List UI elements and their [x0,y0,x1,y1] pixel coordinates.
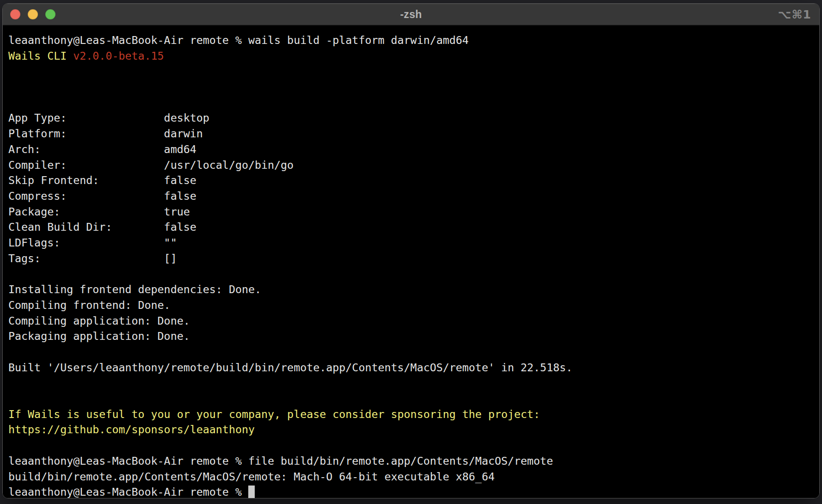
text-segment: If Wails is useful to you or your compan… [8,408,540,420]
window-shortcut-badge: ⌥⌘1 [778,8,811,21]
terminal-line [8,375,819,391]
terminal-line: LDFlags: "" [8,235,819,251]
terminal-line: Skip Frontend: false [8,172,819,188]
text-segment: https://github.com/sponsors/leaanthony [8,423,255,436]
terminal-line: Wails CLI v2.0.0-beta.15 [8,48,819,64]
text-segment: Installing frontend dependencies: Done. [8,283,261,295]
text-segment: Skip Frontend: false [8,174,196,186]
terminal-line: Compress: false [8,188,819,204]
terminal-line: build/bin/remote.app/Contents/MacOS/remo… [8,469,819,485]
text-segment: Tags: [] [8,252,177,264]
text-segment: Compiling application: Done. [8,314,190,327]
terminal-line: Arch: amd64 [8,141,819,157]
close-button[interactable] [10,9,20,19]
terminal-window: -zsh ⌥⌘1 leaanthony@Leas-MacBook-Air rem… [2,3,820,498]
text-segment: leaanthony@Leas-MacBook-Air remote % [8,486,248,498]
terminal-line: leaanthony@Leas-MacBook-Air remote % fil… [8,453,819,469]
terminal-line: Packaging application: Done. [8,328,819,344]
text-segment: Clean Build Dir: false [8,221,196,233]
text-segment: Packaging application: Done. [8,330,190,342]
window-title: -zsh [400,8,422,21]
terminal-line [8,437,819,453]
terminal-line: Platform: darwin [8,126,819,141]
terminal-line: https://github.com/sponsors/leaanthony [8,422,819,437]
terminal-line: App Type: desktop [8,110,819,126]
text-segment: build/bin/remote.app/Contents/MacOS/remo… [8,470,495,483]
terminal-line [8,391,819,406]
terminal-line [8,79,819,95]
text-segment: Compress: false [8,190,196,202]
text-segment: Wails CLI [8,49,73,62]
terminal-line: Built '/Users/leaanthony/remote/build/bi… [8,360,819,375]
text-segment: Compiler: /usr/local/go/bin/go [8,159,294,171]
text-segment: Arch: amd64 [8,143,196,155]
text-segment: Package: true [8,205,190,218]
text-segment: LDFlags: "" [8,236,177,249]
terminal-line [8,63,819,79]
terminal-line [8,95,819,111]
terminal-line: Compiler: /usr/local/go/bin/go [8,157,819,173]
terminal-line: leaanthony@Leas-MacBook-Air remote % [8,484,819,498]
terminal-line: If Wails is useful to you or your compan… [8,406,819,422]
terminal-output[interactable]: leaanthony@Leas-MacBook-Air remote % wai… [3,27,819,498]
terminal-line: Package: true [8,204,819,220]
text-segment: Built '/Users/leaanthony/remote/build/bi… [8,361,572,374]
terminal-line: Compiling frontend: Done. [8,297,819,313]
text-segment: leaanthony@Leas-MacBook-Air remote % fil… [8,455,553,467]
traffic-lights [10,9,55,19]
minimize-button[interactable] [28,9,38,19]
text-segment: App Type: desktop [8,111,209,124]
zoom-button[interactable] [45,9,55,19]
text-segment: leaanthony@Leas-MacBook-Air remote % wai… [8,34,469,46]
terminal-line: leaanthony@Leas-MacBook-Air remote % wai… [8,32,819,48]
desktop-background: { "window": { "title": "-zsh", "shortcut… [0,0,822,504]
terminal-line [8,266,819,282]
terminal-line: Clean Build Dir: false [8,219,819,235]
titlebar[interactable]: -zsh ⌥⌘1 [3,4,819,26]
text-cursor [248,486,255,498]
terminal-line: Tags: [] [8,251,819,266]
text-segment: Compiling frontend: Done. [8,299,171,311]
terminal-line: Compiling application: Done. [8,313,819,329]
terminal-line: Installing frontend dependencies: Done. [8,282,819,297]
text-segment: v2.0.0-beta.15 [73,49,164,62]
text-segment: Platform: darwin [8,127,203,140]
terminal-line [8,344,819,360]
